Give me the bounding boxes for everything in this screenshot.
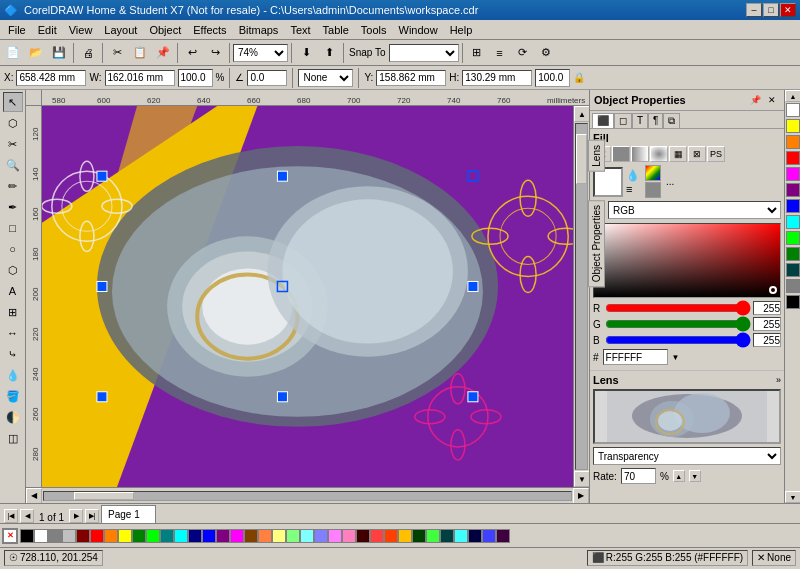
pal-4[interactable] (76, 529, 90, 543)
rate-down-btn[interactable]: ▼ (689, 470, 701, 482)
transform-btn[interactable]: ⟳ (512, 42, 534, 64)
hex-input[interactable] (603, 349, 668, 365)
fill-linear-btn[interactable] (631, 146, 649, 162)
pal-27[interactable] (398, 529, 412, 543)
lens-type-select[interactable]: Transparency (593, 447, 781, 465)
pal-22[interactable] (328, 529, 342, 543)
swatch-options-btn[interactable]: ≡ (626, 183, 640, 195)
angle-input[interactable] (247, 70, 287, 86)
objprops-side-tab[interactable]: Object Properties (589, 200, 605, 287)
lens-expand-btn[interactable]: » (776, 375, 781, 385)
paste-btn[interactable]: 📌 (152, 42, 174, 64)
ellipse-tool[interactable]: ○ (3, 239, 23, 259)
strip-cyan[interactable] (786, 215, 800, 229)
copy-btn[interactable]: 📋 (129, 42, 151, 64)
scroll-right-btn[interactable]: ▶ (573, 488, 589, 504)
panel-close-btn[interactable]: ✕ (764, 92, 780, 108)
pal-28[interactable] (412, 529, 426, 543)
fill-pattern-btn[interactable]: ▦ (669, 146, 687, 162)
strip-blue[interactable] (786, 199, 800, 213)
pal-8[interactable] (132, 529, 146, 543)
pal-34[interactable] (496, 529, 510, 543)
pal-33[interactable] (482, 529, 496, 543)
pal-13[interactable] (202, 529, 216, 543)
eyedropper-tool[interactable]: 💧 (3, 365, 23, 385)
strip-scroll-down[interactable]: ▼ (785, 491, 800, 503)
connector-tool[interactable]: ⤷ (3, 344, 23, 364)
tab-fill[interactable]: ⬛ (592, 113, 614, 128)
pal-16[interactable] (244, 529, 258, 543)
tab-para[interactable]: ¶ (648, 113, 663, 128)
menu-help[interactable]: Help (444, 20, 479, 39)
lens-side-tab[interactable]: Lens (589, 140, 605, 172)
cut-btn[interactable]: ✂ (106, 42, 128, 64)
distribute-btn[interactable]: ≡ (489, 42, 511, 64)
fill-texture-btn[interactable]: ⊠ (688, 146, 706, 162)
menu-file[interactable]: File (2, 20, 32, 39)
w-pct-input[interactable] (178, 69, 213, 87)
page-tab-1[interactable]: Page 1 (101, 505, 156, 523)
menu-object[interactable]: Object (143, 20, 187, 39)
node-tool[interactable]: ⬡ (3, 113, 23, 133)
pal-32[interactable] (468, 529, 482, 543)
align-btn[interactable]: ⊞ (466, 42, 488, 64)
strip-black[interactable] (786, 295, 800, 309)
r-value[interactable] (753, 301, 781, 315)
pal-15[interactable] (230, 529, 244, 543)
canvas[interactable] (42, 106, 573, 487)
pal-18[interactable] (272, 529, 286, 543)
export-btn[interactable]: ⬆ (318, 42, 340, 64)
tab-stroke[interactable]: ◻ (614, 113, 632, 128)
print-btn[interactable]: 🖨 (77, 42, 99, 64)
save-btn[interactable]: 💾 (48, 42, 70, 64)
import-btn[interactable]: ⬇ (295, 42, 317, 64)
pal-12[interactable] (188, 529, 202, 543)
minimize-button[interactable]: – (746, 3, 762, 17)
new-btn[interactable]: 📄 (2, 42, 24, 64)
pal-5[interactable] (90, 529, 104, 543)
color-picker[interactable] (593, 223, 781, 298)
zoom-tool[interactable]: 🔍 (3, 155, 23, 175)
b-value[interactable] (753, 333, 781, 347)
vertical-scrollbar[interactable]: ▲ ▼ (573, 106, 589, 487)
fill-solid-btn[interactable] (612, 146, 630, 162)
pal-31[interactable] (454, 529, 468, 543)
pal-7[interactable] (118, 529, 132, 543)
lock-ratio-icon[interactable]: 🔒 (573, 72, 585, 83)
more-colors-btn[interactable]: ... (664, 174, 676, 189)
pal-10[interactable] (160, 529, 174, 543)
g-value[interactable] (753, 317, 781, 331)
pal-23[interactable] (342, 529, 356, 543)
select-tool[interactable]: ↖ (3, 92, 23, 112)
parallel-tool[interactable]: ↔ (3, 323, 23, 343)
fill-radial-btn[interactable] (650, 146, 668, 162)
pal-30[interactable] (440, 529, 454, 543)
hex-dropdown-btn[interactable]: ▼ (672, 353, 680, 362)
page-next-btn[interactable]: ▶ (69, 509, 83, 523)
pal-14[interactable] (216, 529, 230, 543)
strip-yellow[interactable] (786, 119, 800, 133)
snap-to-select[interactable] (389, 44, 459, 62)
fill-tool[interactable]: 🪣 (3, 386, 23, 406)
pal-29[interactable] (426, 529, 440, 543)
crop-tool[interactable]: ✂ (3, 134, 23, 154)
menu-edit[interactable]: Edit (32, 20, 63, 39)
tab-frame[interactable]: ⧉ (663, 113, 680, 128)
menu-view[interactable]: View (63, 20, 99, 39)
menu-tools[interactable]: Tools (355, 20, 393, 39)
open-btn[interactable]: 📂 (25, 42, 47, 64)
page-first-btn[interactable]: |◀ (4, 509, 18, 523)
fill-postscript-btn[interactable]: PS (707, 146, 725, 162)
menu-layout[interactable]: Layout (98, 20, 143, 39)
pal-19[interactable] (286, 529, 300, 543)
b-slider[interactable] (605, 334, 751, 346)
eyedropper-btn[interactable]: 💧 (626, 169, 640, 182)
pal-9[interactable] (146, 529, 160, 543)
scroll-left-btn[interactable]: ◀ (26, 488, 42, 504)
page-last-btn[interactable]: ▶| (85, 509, 99, 523)
h-input[interactable] (462, 70, 532, 86)
polygon-tool[interactable]: ⬡ (3, 260, 23, 280)
palette-no-fill[interactable]: ✕ (2, 528, 18, 544)
pal-25[interactable] (370, 529, 384, 543)
pal-6[interactable] (104, 529, 118, 543)
